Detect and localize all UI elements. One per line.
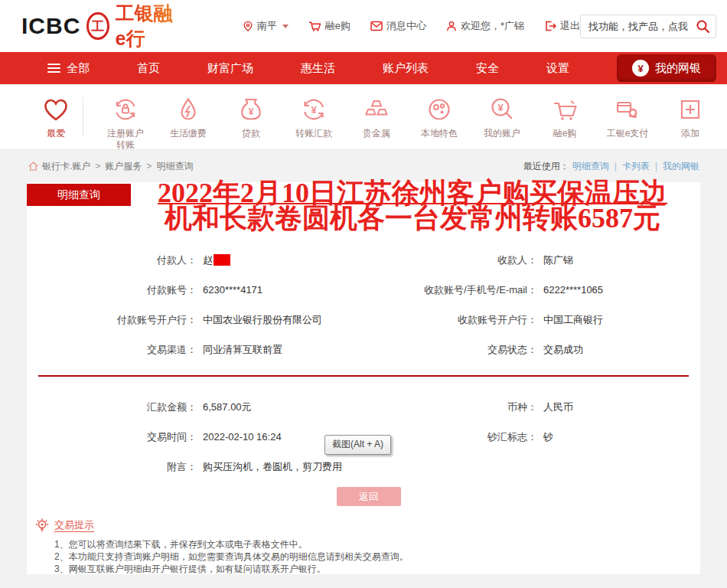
field-row-memo: 附言：购买压沟机，卷圆机，剪刀费用 [27,452,700,482]
shortcut-add[interactable]: 添加 [659,94,722,139]
time-value: 2022-02-10 16:24 [203,431,282,443]
nav-my-ebank-tab[interactable]: ¥ 我的网银 [617,54,716,82]
tip-item: 2、本功能只支持查询账户明细，如您需要查询具体交易的明细信息请到相关交易查询。 [54,550,686,563]
field-label: 交易渠道： [27,343,197,357]
breadcrumb-separator: > [146,161,152,172]
heart-icon [41,94,71,125]
epay-card-icon [612,94,643,125]
search-icon[interactable] [696,19,710,34]
amount-value: 6,587.00元 [203,400,252,414]
shortcut-favorites[interactable]: 最爱 [32,94,80,139]
add-icon [675,94,706,125]
welcome-label: 欢迎您，*广锦 [461,19,524,33]
nav-all-label: 全部 [67,61,90,76]
tip-item: 3、网银互联账户明细由开户银行提供，如有疑问请联系开户银行。 [54,563,686,575]
shortcut-precious-metals[interactable]: 贵金属 [345,94,408,139]
shortcut-label: 最爱 [32,128,80,139]
channel-value: 同业清算互联前置 [203,343,282,357]
drop-bolt-icon [173,94,204,125]
cart-label: 融e购 [325,19,350,33]
field-label: 附言： [27,460,197,474]
shortcut-utility-payment[interactable]: 生活缴费 [157,94,220,139]
shortcut-my-accounts[interactable]: ¥ 我的账户 [471,94,533,139]
annotation-headline: 2022年2月10日江苏徐州客户购买保温压边 机和长款卷圆机各一台发常州转账65… [125,181,700,231]
nav-item-home[interactable]: 首页 [137,61,160,76]
location-pin-icon [243,20,253,32]
breadcrumb-item[interactable]: 银行卡.账户 [42,160,90,173]
shortcut-label: 工银e支付 [596,128,659,139]
nav-item-life[interactable]: 惠生活 [301,61,335,76]
envelope-icon [370,21,383,31]
location-selector[interactable]: 南平 [243,19,289,33]
shortcut-label: 贵金属 [345,128,408,139]
search-yuan-icon: ¥ [487,94,517,125]
field-label: 币种： [337,400,537,414]
shortcut-loans[interactable]: ¥ 贷款 [220,94,282,139]
field-row-account: 付款账号：6230****4171 收款账号/手机号/E-mail：6222**… [27,275,700,305]
cart-icon [549,94,580,125]
chevron-down-icon [282,24,289,28]
memo-value: 购买压沟机，卷圆机，剪刀费用 [203,460,342,474]
tip-item: 1、您可以将查询结果下载，并保存到文本或电子表格文件中。 [54,538,686,550]
my-ebank-label: 我的网银 [655,61,701,76]
home-icon[interactable] [28,161,39,172]
field-row-amount: 汇款金额：6,587.00元 币种：人民币 [27,392,700,422]
field-label: 汇款金额： [27,400,197,414]
payer-bank-value: 中国农业银行股份有限公司 [203,313,322,327]
cart-link[interactable]: 融e购 [308,19,350,33]
shortcut-label: 贷款 [220,128,282,139]
divider [83,97,83,137]
recent-link-detail-query[interactable]: 明细查询 [572,160,609,173]
detail-tab[interactable]: 明细查询 [27,184,131,206]
icbc-logo: ICBC 工 工银融e行 [21,1,183,51]
nav-item-all[interactable]: 全部 [47,61,90,76]
cart-icon [308,20,321,32]
shortcut-label: 本地特色 [408,128,471,139]
shortcut-local-features[interactable]: 本地特色 [408,94,471,139]
nav-item-accounts[interactable]: 账户列表 [383,61,429,76]
hamburger-icon [47,61,60,75]
refresh-yuan-icon: ¥ [298,94,329,125]
field-row-bank: 付款账号开户行：中国农业银行股份有限公司 收款账号开户行：中国工商银行 [27,305,700,335]
back-button[interactable]: 返回 [337,487,401,506]
shortcut-label: 生活缴费 [157,128,220,139]
location-label: 南平 [257,19,277,33]
shortcut-register-transfer[interactable]: 注册账户转账 [94,94,157,151]
svg-text:¥: ¥ [497,102,504,113]
field-label: 交易状态： [337,343,537,357]
icbc-logo-text: ICBC [21,13,80,39]
welcome-user[interactable]: 欢迎您，*广锦 [446,19,524,33]
nav-item-security[interactable]: 安全 [476,61,499,76]
currency-value: 人民币 [543,400,573,414]
logout-link[interactable]: 退出 [544,19,580,33]
gold-bars-icon [361,94,392,125]
shortcut-label: 转账汇款 [282,128,345,139]
shortcut-rong-e-gou[interactable]: 融e购 [533,94,596,139]
shortcut-epay[interactable]: 工银e支付 [596,94,659,139]
payer-name-value: 赵 [203,253,230,267]
payee-name-value: 陈广锦 [543,253,573,267]
message-center-link[interactable]: 消息中心 [370,19,426,33]
recent-link-my-ebank[interactable]: 我的网银 [663,160,699,173]
cash-flag-value: 钞 [543,430,553,444]
headline-line2: 机和长款卷圆机各一台发常州转账6587元 [125,206,700,231]
local-feature-icon [424,94,455,125]
nav-item-settings[interactable]: 设置 [546,61,569,76]
red-divider [38,375,689,377]
field-label: 付款账号开户行： [27,313,197,327]
recent-link-card-list[interactable]: 卡列表 [622,160,650,173]
icbc-emblem-icon: 工 [86,12,109,40]
top-header: ICBC 工 工银融e行 南平 融e购 消息中心 欢迎您，*广锦 退出 [0,0,727,52]
message-center-label: 消息中心 [386,19,426,33]
field-row-channel: 交易渠道：同业清算互联前置 交易状态：交易成功 [27,335,700,364]
user-icon [446,20,457,32]
breadcrumb-item[interactable]: 账户服务 [105,160,142,173]
shortcut-transfer-remit[interactable]: ¥ 转账汇款 [282,94,345,139]
field-label: 收款账号/手机号/E-mail： [337,283,537,297]
breadcrumb-item[interactable]: 明细查询 [156,160,193,173]
money-bag-icon: ¥ [236,94,266,125]
nav-item-wealth[interactable]: 财富广场 [207,61,253,76]
logout-icon [544,20,556,32]
money-bag-icon: ¥ [632,60,649,77]
redaction-block [214,254,230,266]
